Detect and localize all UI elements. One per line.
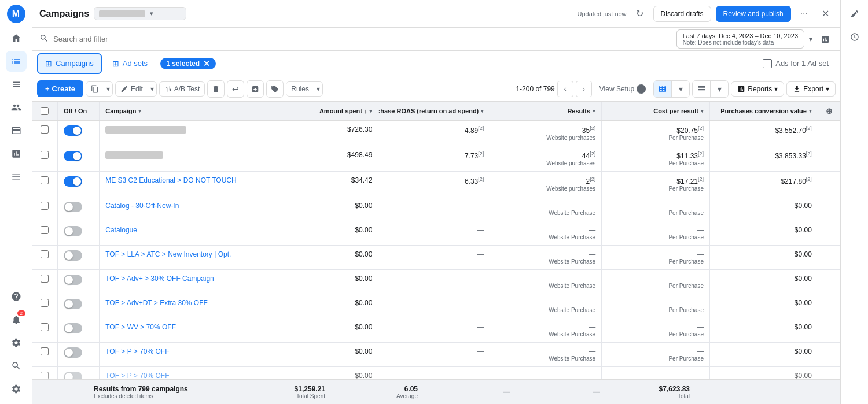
campaign-name-link[interactable]: TOF > P > 70% OFF bbox=[105, 372, 281, 379]
table-row: $498.497.73[2]44[2]Website purchases$11.… bbox=[32, 146, 840, 172]
row-cost-cell: —Per Purchase bbox=[602, 270, 710, 294]
nav-campaigns[interactable] bbox=[6, 51, 27, 72]
th-cost[interactable]: Cost per result ▾ bbox=[602, 102, 710, 121]
nav-more-settings[interactable] bbox=[6, 379, 27, 399]
th-pcv[interactable]: Purchases conversion value ▾ bbox=[710, 102, 818, 121]
campaign-toggle[interactable] bbox=[64, 202, 82, 212]
reports-button[interactable]: Reports ▾ bbox=[731, 81, 784, 97]
campaign-toggle[interactable] bbox=[64, 372, 82, 379]
th-add-col[interactable]: ⊕ bbox=[818, 102, 840, 121]
nav-billing[interactable] bbox=[6, 120, 27, 141]
tab-campaigns[interactable]: ⊞ Campaigns bbox=[37, 53, 102, 74]
nav-settings[interactable] bbox=[6, 332, 27, 353]
row-checkbox[interactable] bbox=[41, 250, 49, 258]
edit-button[interactable]: Edit bbox=[116, 82, 148, 96]
nav-insights[interactable] bbox=[6, 143, 27, 164]
campaign-name-link[interactable]: TOF > LLA > ATC > New Inventory | Opt. bbox=[105, 250, 281, 258]
row-checkbox[interactable] bbox=[41, 125, 49, 134]
footer-amount: $1,259.21 bbox=[250, 385, 325, 393]
nav-notifications[interactable]: 2 bbox=[6, 309, 27, 330]
campaign-toggle[interactable] bbox=[64, 323, 82, 333]
cost-value: — bbox=[608, 250, 704, 258]
pagination-prev-button[interactable]: ‹ bbox=[557, 81, 573, 97]
nav-help[interactable] bbox=[6, 286, 27, 307]
app-logo: M bbox=[7, 5, 25, 23]
tab-ads[interactable]: Ads for 1 Ad set bbox=[756, 54, 836, 73]
add-column-icon[interactable]: ⊕ bbox=[826, 106, 833, 116]
row-checkbox[interactable] bbox=[41, 347, 49, 355]
row-checkbox[interactable] bbox=[41, 323, 49, 331]
nav-search-tool[interactable] bbox=[6, 355, 27, 376]
rules-button[interactable]: Rules bbox=[286, 82, 314, 96]
campaign-toggle[interactable] bbox=[64, 226, 82, 236]
th-results[interactable]: Results ▾ bbox=[490, 102, 602, 121]
close-button[interactable]: ✕ bbox=[817, 6, 833, 22]
nav-menu[interactable] bbox=[6, 166, 27, 187]
right-panel-edit[interactable] bbox=[845, 5, 864, 23]
row-toggle-cell bbox=[57, 246, 99, 270]
th-amount-spent[interactable]: Amount spent ↓ ▾ bbox=[288, 102, 378, 121]
campaign-name-link[interactable]: Catalogue bbox=[105, 226, 281, 234]
search-input[interactable] bbox=[53, 35, 169, 43]
th-campaign[interactable]: Campaign ▾ bbox=[100, 102, 288, 121]
select-all-checkbox[interactable] bbox=[41, 107, 49, 115]
row-checkbox[interactable] bbox=[41, 176, 49, 184]
campaign-name-link[interactable]: TOF > P > 70% OFF bbox=[105, 347, 281, 355]
clear-selection-button[interactable]: ✕ bbox=[203, 59, 210, 68]
account-selector[interactable]: ▾ bbox=[94, 7, 186, 20]
campaign-toggle[interactable] bbox=[64, 125, 82, 136]
table-row: TOF > LLA > ATC > New Inventory | Opt.$0… bbox=[32, 246, 840, 270]
rules-dropdown-button[interactable]: ▾ bbox=[314, 82, 322, 96]
row-checkbox[interactable] bbox=[41, 202, 49, 210]
cost-value: — bbox=[608, 202, 704, 210]
row-checkbox[interactable] bbox=[41, 226, 49, 234]
tab-adsets[interactable]: ⊞ Ad sets bbox=[104, 53, 156, 74]
campaign-name-link[interactable]: TOF > Adv+DT > Extra 30% OFF bbox=[105, 299, 281, 307]
campaign-toggle[interactable] bbox=[64, 275, 82, 285]
date-range-selector[interactable]: Last 7 days: Dec 4, 2023 – Dec 10, 2023 … bbox=[676, 29, 804, 49]
nav-home[interactable] bbox=[6, 28, 27, 49]
pagination-next-button[interactable]: › bbox=[576, 81, 592, 97]
nav-audiences[interactable] bbox=[6, 97, 27, 118]
nav-adsets[interactable] bbox=[6, 74, 27, 95]
delete-button[interactable] bbox=[207, 80, 225, 98]
row-checkbox[interactable] bbox=[41, 372, 49, 379]
columns-view-button[interactable] bbox=[654, 81, 671, 97]
row-checkbox[interactable] bbox=[41, 151, 49, 159]
chart-view-button[interactable] bbox=[817, 31, 833, 47]
copy-dropdown-button[interactable]: ▾ bbox=[104, 82, 112, 96]
discard-drafts-button[interactable]: Discard drafts bbox=[653, 6, 711, 22]
rows-dropdown-button[interactable]: ▾ bbox=[711, 81, 728, 97]
row-amount-cell: $0.00 bbox=[288, 221, 378, 246]
archive-button[interactable] bbox=[247, 80, 264, 98]
campaign-toggle[interactable] bbox=[64, 347, 82, 358]
date-range-dropdown-icon[interactable]: ▾ bbox=[809, 35, 812, 43]
undo-button[interactable]: ↩ bbox=[227, 80, 244, 98]
campaign-name-link[interactable]: Catalog - 30-Off-New-In bbox=[105, 202, 281, 210]
refresh-button[interactable]: ↻ bbox=[631, 5, 649, 23]
campaign-name-link[interactable]: ME S3 C2 Educational > DO NOT TOUCH bbox=[105, 176, 281, 184]
campaign-toggle[interactable] bbox=[64, 151, 82, 161]
abtest-button[interactable]: A/B Test bbox=[159, 81, 205, 97]
row-checkbox[interactable] bbox=[41, 299, 49, 307]
campaign-toggle[interactable] bbox=[64, 299, 82, 309]
campaign-name-link[interactable]: TOF > WV > 70% OFF bbox=[105, 323, 281, 331]
campaign-toggle[interactable] bbox=[64, 176, 82, 187]
row-campaign-cell: TOF > P > 70% OFF bbox=[100, 343, 288, 367]
right-panel-clock[interactable] bbox=[845, 28, 864, 46]
edit-dropdown-button[interactable]: ▾ bbox=[148, 82, 156, 96]
row-checkbox[interactable] bbox=[41, 275, 49, 283]
campaign-name-link[interactable]: TOF > Adv+ > 30% OFF Campaign bbox=[105, 275, 281, 283]
copy-button[interactable] bbox=[86, 82, 104, 96]
th-roas[interactable]: Purchase ROAS (return on ad spend) ▾ bbox=[378, 102, 490, 121]
pcv-value: $0.00 bbox=[795, 250, 812, 258]
more-options-button[interactable]: ··· bbox=[796, 6, 812, 21]
review-publish-button[interactable]: Review and publish bbox=[716, 6, 791, 22]
view-setup-button[interactable]: View Setup bbox=[594, 81, 652, 97]
tag-button[interactable] bbox=[266, 80, 284, 98]
campaign-toggle[interactable] bbox=[64, 250, 82, 261]
create-button[interactable]: + Create bbox=[37, 80, 83, 97]
rows-view-button[interactable] bbox=[693, 81, 710, 97]
export-button[interactable]: Export ▾ bbox=[786, 81, 836, 97]
columns-dropdown-button[interactable]: ▾ bbox=[672, 81, 689, 97]
